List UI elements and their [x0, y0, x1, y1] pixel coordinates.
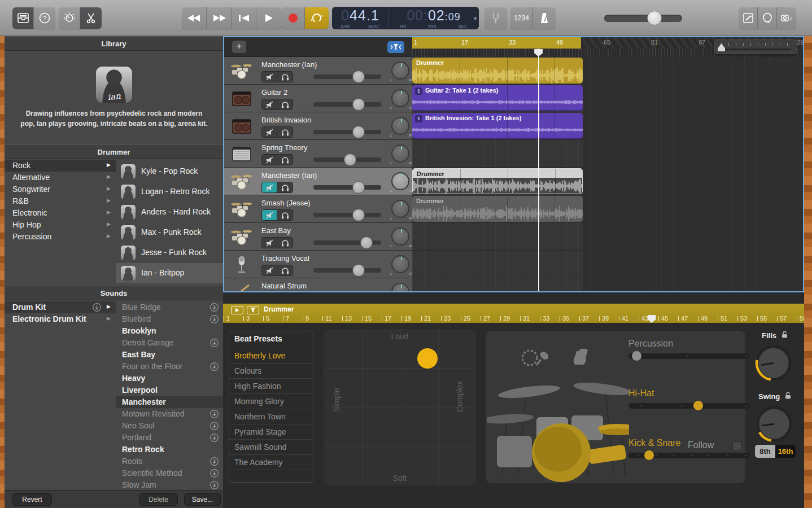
- download-icon[interactable]: [210, 339, 219, 349]
- lane-row[interactable]: [412, 251, 804, 278]
- smart-controls-button[interactable]: [59, 7, 80, 29]
- catch-playhead-button[interactable]: [387, 41, 404, 53]
- solo-button[interactable]: [277, 182, 293, 192]
- solo-button[interactable]: [277, 210, 293, 220]
- rewind-button[interactable]: [182, 7, 207, 29]
- solo-button[interactable]: [277, 72, 293, 82]
- editor-region-button[interactable]: [247, 306, 259, 314]
- solo-button[interactable]: [277, 238, 293, 248]
- kit-item[interactable]: Motown Revisited: [116, 408, 223, 420]
- mute-button[interactable]: [262, 155, 277, 165]
- lane-row[interactable]: 1British Invasion: Take 1 (2 takes): [412, 112, 804, 140]
- kit-item[interactable]: Brooklyn: [116, 325, 223, 337]
- kit-item[interactable]: Neo Soul: [116, 420, 223, 432]
- media-browser-button[interactable]: ♪: [777, 7, 796, 29]
- region-purple[interactable]: 1British Invasion: Take 1 (2 takes): [412, 113, 583, 139]
- track-volume-slider[interactable]: [313, 102, 381, 107]
- lane-row[interactable]: [412, 278, 804, 292]
- kit-item[interactable]: Slow Jam: [116, 479, 223, 491]
- delete-button[interactable]: Delete: [139, 493, 178, 506]
- lane-row[interactable]: Drummer: [412, 168, 804, 195]
- pan-knob[interactable]: LR: [391, 117, 411, 136]
- slider-thumb[interactable]: [644, 450, 654, 460]
- genre-item-electronic[interactable]: Electronic▶: [5, 207, 116, 219]
- xy-pad-puck[interactable]: [417, 348, 438, 369]
- timeline-ruler[interactable]: 1173349658197113129: [412, 37, 804, 57]
- region-gray[interactable]: Drummer: [412, 196, 583, 222]
- track-header-row[interactable]: Tracking VocalLR: [224, 251, 412, 278]
- pan-knob[interactable]: LR: [391, 144, 411, 164]
- mute-button[interactable]: [262, 182, 277, 192]
- drummer-item[interactable]: Ian - Britpop: [116, 263, 223, 283]
- kit-item[interactable]: Portland: [116, 432, 223, 444]
- playhead-line[interactable]: [538, 49, 539, 292]
- lane-row[interactable]: Drummer: [412, 57, 804, 85]
- xy-pad[interactable]: Loud Soft Simple Complex: [324, 329, 476, 485]
- count-in-button[interactable]: 1234: [510, 7, 533, 29]
- grid-16th-button[interactable]: 16th: [775, 445, 796, 458]
- master-volume-thumb[interactable]: [647, 11, 662, 25]
- preset-item[interactable]: Colours: [229, 364, 313, 379]
- solo-button[interactable]: [277, 127, 293, 137]
- track-header-row[interactable]: Spring TheoryLR: [224, 140, 412, 168]
- slider-kicksnare[interactable]: [628, 453, 750, 458]
- track-volume-slider[interactable]: [313, 185, 381, 190]
- genre-item-hiphop[interactable]: Hip Hop▶: [5, 219, 116, 231]
- region-yellow[interactable]: Drummer: [412, 58, 583, 84]
- pan-knob[interactable]: LR: [391, 255, 411, 274]
- download-icon[interactable]: [210, 362, 219, 373]
- mute-button[interactable]: [262, 72, 277, 82]
- grid-8th-button[interactable]: 8th: [755, 445, 775, 458]
- tuner-button[interactable]: [484, 7, 507, 29]
- lane-row[interactable]: 1Guitar 2: Take 1 (2 takes): [412, 85, 804, 112]
- slider-hihat[interactable]: [628, 403, 750, 409]
- library-toggle-button[interactable]: [12, 7, 34, 29]
- download-icon[interactable]: [210, 433, 219, 444]
- lcd-display[interactable]: 044.1 BARBEAT 00:02:09 HRMINSEC ▾: [332, 7, 479, 29]
- track-header-row[interactable]: British InvasionLR: [224, 112, 412, 140]
- track-volume-thumb[interactable]: [352, 126, 365, 138]
- region-purple[interactable]: 1Guitar 2: Take 1 (2 takes): [412, 85, 583, 111]
- swing-knob[interactable]: [756, 405, 793, 445]
- genre-item-percussion[interactable]: Percussion▶: [5, 231, 116, 243]
- download-icon[interactable]: [210, 422, 219, 432]
- pan-knob-dial[interactable]: [391, 62, 409, 80]
- kit-item[interactable]: East Bay: [116, 349, 223, 361]
- mute-button[interactable]: [262, 265, 277, 275]
- mute-button[interactable]: [262, 210, 277, 220]
- play-button[interactable]: [256, 7, 281, 29]
- revert-button[interactable]: Revert: [12, 493, 52, 506]
- pan-knob[interactable]: LR: [391, 227, 411, 247]
- genre-item-alternative[interactable]: Alternative▶: [5, 172, 116, 183]
- slider-thumb[interactable]: [632, 351, 641, 361]
- editors-button[interactable]: [80, 7, 102, 29]
- track-volume-thumb[interactable]: [344, 154, 356, 166]
- drummer-item[interactable]: Anders - Hard Rock: [116, 202, 223, 222]
- lcd-mode-chevron-icon[interactable]: ▾: [474, 15, 477, 21]
- record-button[interactable]: [281, 7, 305, 29]
- mute-button[interactable]: [262, 127, 277, 137]
- track-volume-thumb[interactable]: [352, 264, 365, 277]
- kit-item[interactable]: Liverpool: [116, 384, 223, 396]
- track-volume-slider[interactable]: [313, 130, 381, 134]
- preset-item[interactable]: Pyramid Stage: [229, 424, 313, 440]
- track-volume-slider[interactable]: [313, 213, 381, 217]
- cycle-button[interactable]: [305, 7, 329, 29]
- preset-item[interactable]: Morning Glory: [229, 394, 313, 409]
- editor-play-button[interactable]: [231, 306, 243, 314]
- kit-item[interactable]: Bluebird: [116, 313, 223, 325]
- track-volume-slider[interactable]: [313, 75, 381, 79]
- track-volume-slider[interactable]: [313, 157, 381, 162]
- genre-item-rb[interactable]: R&B▶: [5, 195, 116, 207]
- preset-item[interactable]: High Fashion: [229, 379, 313, 394]
- track-volume-thumb[interactable]: [352, 209, 365, 221]
- track-volume-thumb[interactable]: [360, 237, 373, 249]
- pan-knob-dial[interactable]: [391, 172, 409, 190]
- slider-percussion[interactable]: [628, 353, 750, 359]
- pan-knob-dial[interactable]: [391, 227, 409, 246]
- genre-item-songwriter[interactable]: Songwriter▶: [5, 183, 116, 195]
- pan-knob[interactable]: LR: [391, 172, 411, 191]
- lane-row[interactable]: Drummer: [412, 195, 804, 223]
- kit-item[interactable]: Scientific Method: [116, 467, 223, 479]
- fills-lock-icon[interactable]: [782, 331, 788, 338]
